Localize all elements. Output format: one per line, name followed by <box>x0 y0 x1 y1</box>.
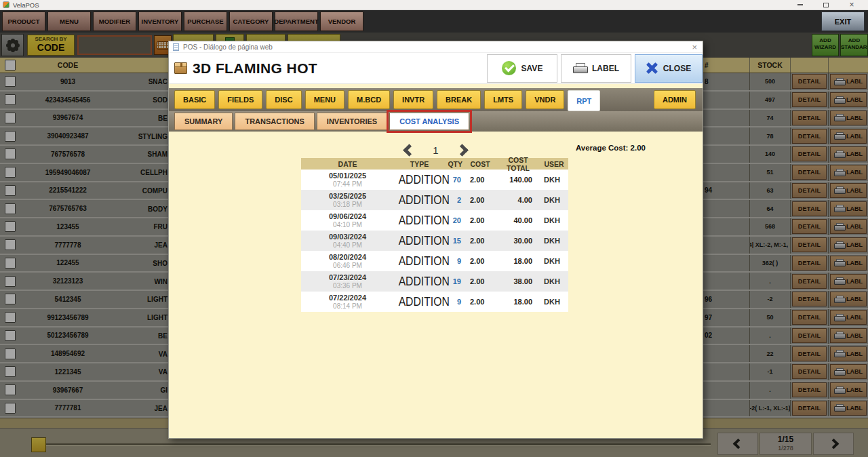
detail-button[interactable]: DETAIL <box>792 129 827 144</box>
row-checkbox[interactable] <box>5 94 16 105</box>
row-checkbox[interactable] <box>5 113 16 123</box>
labl-button[interactable]: LABL <box>830 401 867 416</box>
labl-button[interactable]: LABL <box>830 146 867 161</box>
detail-button[interactable]: DETAIL <box>792 183 827 198</box>
labl-button[interactable]: LABL <box>830 237 867 252</box>
dialog-tab[interactable]: FIELDS <box>218 90 262 109</box>
row-checkbox[interactable] <box>5 185 16 196</box>
labl-button[interactable]: LABL <box>830 92 867 107</box>
menubar-item[interactable]: VENDOR <box>320 12 363 31</box>
detail-button[interactable]: DETAIL <box>792 201 827 216</box>
labl-button[interactable]: LABL <box>830 274 867 289</box>
menubar-item[interactable]: PRODUCT <box>2 12 45 31</box>
detail-button[interactable]: DETAIL <box>792 382 827 397</box>
labl-button[interactable]: LABL <box>830 346 867 361</box>
detail-button[interactable]: DETAIL <box>792 256 827 271</box>
row-checkbox[interactable] <box>5 221 16 232</box>
row-checkbox[interactable] <box>5 403 16 414</box>
menubar-item[interactable]: PURCHASE <box>184 12 227 31</box>
row-checkbox[interactable] <box>5 167 16 178</box>
page-prev-button[interactable] <box>717 433 758 455</box>
report-subtab[interactable]: INVENTORIES <box>317 113 387 130</box>
dialog-tab[interactable]: ADMIN <box>654 90 696 109</box>
labl-button[interactable]: LABL <box>830 310 867 325</box>
labl-button[interactable]: LABL <box>830 111 867 125</box>
detail-button[interactable]: DETAIL <box>792 219 827 234</box>
row-checkbox[interactable] <box>5 330 16 341</box>
maximize-icon[interactable] <box>822 1 830 9</box>
detail-button[interactable]: DETAIL <box>792 346 827 361</box>
report-subtab[interactable]: COST ANALYSIS <box>389 113 469 130</box>
select-all-checkbox[interactable] <box>5 60 16 71</box>
labl-button[interactable]: LABL <box>830 201 867 216</box>
detail-button[interactable]: DETAIL <box>792 401 827 416</box>
horizontal-scrollbar-handle[interactable] <box>31 437 46 452</box>
save-button[interactable]: SAVE <box>487 54 557 83</box>
dialog-tab[interactable]: INVTR <box>393 90 433 109</box>
add-wizard-button[interactable]: ADD WIZARD <box>812 34 839 56</box>
detail-button[interactable]: DETAIL <box>792 364 827 379</box>
dialog-tab[interactable]: LMTS <box>484 90 522 109</box>
labl-button[interactable]: LABL <box>830 382 867 397</box>
page-next-button[interactable] <box>813 433 854 455</box>
row-checkbox[interactable] <box>5 76 16 87</box>
add-standard-button[interactable]: ADD STANDARD <box>840 34 868 56</box>
labl-button[interactable]: LABL <box>830 183 867 198</box>
menubar-item[interactable]: MODIFIER <box>93 12 136 31</box>
labl-button[interactable]: LABL <box>830 364 867 379</box>
labl-button[interactable]: LABL <box>830 74 867 89</box>
dialog-tab[interactable]: MENU <box>305 90 344 109</box>
row-checkbox[interactable] <box>5 312 16 323</box>
labl-button[interactable]: LABL <box>830 328 867 343</box>
menubar-item[interactable]: INVENTORY <box>138 12 182 31</box>
horizontal-scrollbar-track[interactable] <box>46 443 711 446</box>
settings-button[interactable] <box>1 34 24 56</box>
labl-button[interactable]: LABL <box>830 165 867 180</box>
labl-button[interactable]: LABL <box>830 292 867 306</box>
row-checkbox[interactable] <box>5 276 16 287</box>
dialog-tab[interactable]: VNDR <box>526 90 564 109</box>
next-page-icon[interactable] <box>456 144 468 156</box>
detail-button[interactable]: DETAIL <box>792 237 827 252</box>
row-checkbox[interactable] <box>5 366 16 377</box>
prev-page-icon[interactable] <box>403 144 416 156</box>
detail-button[interactable]: DETAIL <box>792 74 827 89</box>
row-checkbox[interactable] <box>5 148 16 159</box>
menubar-item[interactable]: MENU <box>47 12 91 31</box>
label-button[interactable]: LABEL <box>561 54 631 83</box>
search-by-code-button[interactable]: SEARCH BY CODE <box>27 35 75 56</box>
detail-button[interactable]: DETAIL <box>792 292 827 306</box>
report-subtab[interactable]: TRANSACTIONS <box>235 113 314 130</box>
labl-button[interactable]: LABL <box>830 256 867 271</box>
row-checkbox[interactable] <box>5 258 16 269</box>
dialog-tab[interactable]: BREAK <box>437 90 481 109</box>
row-checkbox[interactable] <box>5 384 16 395</box>
menubar-item[interactable]: DEPARTMENT <box>275 12 318 31</box>
detail-button[interactable]: DETAIL <box>792 146 827 161</box>
dialog-tab[interactable]: DISC <box>266 90 301 109</box>
close-button[interactable]: CLOSE <box>635 54 703 83</box>
close-window-icon[interactable]: × <box>848 1 856 9</box>
exit-button[interactable]: EXIT <box>821 12 865 31</box>
detail-button[interactable]: DETAIL <box>792 165 827 180</box>
minimize-icon[interactable] <box>796 1 804 9</box>
row-checkbox[interactable] <box>5 349 16 359</box>
detail-button[interactable]: DETAIL <box>792 274 827 289</box>
row-checkbox[interactable] <box>5 294 16 304</box>
row-checkbox[interactable] <box>5 131 16 142</box>
dialog-tab[interactable]: BASIC <box>174 90 215 109</box>
detail-button[interactable]: DETAIL <box>792 310 827 325</box>
dialog-tab[interactable]: M.BCD <box>348 90 390 109</box>
dialog-close-icon[interactable]: × <box>692 43 698 52</box>
detail-button[interactable]: DETAIL <box>792 92 827 107</box>
row-checkbox[interactable] <box>5 239 16 250</box>
labl-button[interactable]: LABL <box>830 129 867 144</box>
row-checkbox[interactable] <box>5 203 16 214</box>
menubar-item[interactable]: CATEGORY <box>229 12 273 31</box>
search-code-input[interactable] <box>77 35 152 55</box>
detail-button[interactable]: DETAIL <box>792 111 827 125</box>
report-subtab[interactable]: SUMMARY <box>174 113 233 130</box>
labl-button[interactable]: LABL <box>830 219 867 234</box>
detail-button[interactable]: DETAIL <box>792 328 827 343</box>
dialog-tab[interactable]: RPT <box>568 90 600 111</box>
